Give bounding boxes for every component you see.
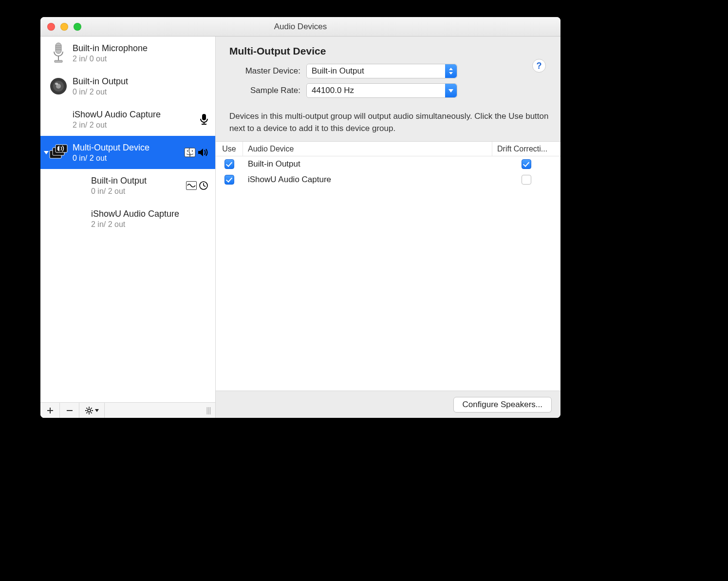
device-name: iShowU Audio Capture bbox=[91, 209, 211, 219]
row-device-name: Built-in Output bbox=[243, 159, 492, 169]
device-name: Built-in Microphone bbox=[73, 43, 211, 54]
svg-line-24 bbox=[204, 186, 205, 187]
device-name: Multi-Output Device bbox=[73, 143, 184, 153]
drift-checkbox[interactable] bbox=[522, 175, 531, 185]
sample-rate-label: Sample Rate: bbox=[229, 86, 306, 95]
svg-line-33 bbox=[86, 408, 87, 409]
chevron-down-icon bbox=[445, 84, 457, 97]
table-body: Built-in Output iShowU Audio Capture bbox=[216, 156, 560, 391]
add-device-button[interactable] bbox=[40, 403, 60, 418]
help-button[interactable]: ? bbox=[532, 59, 546, 73]
svg-rect-5 bbox=[55, 60, 62, 62]
device-sidebar: Built-in Microphone 2 in/ 0 out bbox=[40, 37, 216, 418]
detail-header: Multi-Output Device Master Device: Built… bbox=[216, 37, 560, 109]
master-device-select[interactable]: Built-in Output bbox=[306, 64, 457, 78]
svg-marker-37 bbox=[95, 409, 99, 412]
detail-footer: Configure Speakers... bbox=[216, 391, 560, 418]
sidebar-device-multi-output[interactable]: Multi-Output Device 0 in/ 2 out bbox=[40, 136, 215, 169]
svg-marker-13 bbox=[44, 151, 49, 154]
svg-marker-39 bbox=[449, 72, 453, 75]
device-name: iShowU Audio Capture bbox=[73, 110, 200, 120]
column-use[interactable]: Use bbox=[216, 142, 243, 156]
chevron-down-icon bbox=[94, 409, 99, 412]
microphone-icon bbox=[46, 42, 71, 64]
remove-device-button[interactable] bbox=[60, 403, 79, 418]
column-drift-correction[interactable]: Drift Correcti... bbox=[492, 142, 560, 156]
table-row[interactable]: iShowU Audio Capture bbox=[216, 172, 560, 187]
sidebar-device-ishowu[interactable]: iShowU Audio Capture 2 in/ 2 out bbox=[40, 103, 215, 136]
traffic-lights bbox=[47, 23, 81, 31]
svg-point-20 bbox=[192, 150, 193, 151]
clock-badge-icon bbox=[199, 181, 208, 190]
use-checkbox[interactable] bbox=[224, 159, 234, 169]
master-device-value: Built-in Output bbox=[312, 66, 364, 76]
gear-icon bbox=[85, 406, 93, 415]
row-device-name: iShowU Audio Capture bbox=[243, 175, 492, 185]
waveform-badge-icon bbox=[186, 181, 197, 190]
svg-rect-10 bbox=[202, 114, 206, 120]
svg-point-19 bbox=[187, 150, 188, 151]
sidebar-subdevice-builtin-output[interactable]: Built-in Output 0 in/ 2 out bbox=[40, 169, 215, 202]
column-audio-device[interactable]: Audio Device bbox=[243, 142, 492, 156]
svg-line-34 bbox=[91, 412, 92, 413]
svg-marker-38 bbox=[449, 68, 453, 70]
close-window-button[interactable] bbox=[47, 23, 55, 31]
sidebar-device-builtin-microphone[interactable]: Built-in Microphone 2 in/ 0 out bbox=[40, 37, 215, 70]
multi-output-icon bbox=[46, 144, 71, 161]
speaker-icon bbox=[46, 75, 71, 97]
sidebar-toolbar: ||| bbox=[40, 402, 215, 418]
updown-stepper-icon bbox=[445, 64, 457, 78]
sidebar-resize-grip[interactable]: ||| bbox=[202, 403, 215, 418]
device-io: 2 in/ 2 out bbox=[73, 121, 200, 130]
finder-badge-icon bbox=[184, 148, 196, 157]
detail-pane: Multi-Output Device Master Device: Built… bbox=[216, 37, 560, 418]
device-name: Built-in Output bbox=[73, 76, 211, 87]
system-input-icon bbox=[200, 113, 208, 125]
use-checkbox[interactable] bbox=[224, 175, 234, 185]
info-text: Devices in this multi-output group will … bbox=[216, 109, 560, 141]
master-device-label: Master Device: bbox=[229, 66, 306, 76]
svg-line-35 bbox=[91, 408, 92, 409]
titlebar: Audio Devices bbox=[40, 17, 560, 37]
svg-marker-21 bbox=[198, 149, 203, 156]
svg-line-36 bbox=[86, 412, 87, 413]
subdevice-table: Use Audio Device Drift Correcti... Built… bbox=[216, 141, 560, 391]
device-io: 2 in/ 0 out bbox=[73, 55, 211, 63]
window-title: Audio Devices bbox=[40, 22, 560, 32]
table-header: Use Audio Device Drift Correcti... bbox=[216, 142, 560, 156]
svg-rect-0 bbox=[56, 43, 61, 54]
sample-rate-select[interactable]: 44100.0 Hz bbox=[306, 83, 457, 98]
device-io: 2 in/ 2 out bbox=[91, 220, 211, 229]
actions-menu-button[interactable] bbox=[79, 403, 105, 418]
sample-rate-value: 44100.0 Hz bbox=[312, 86, 354, 95]
sidebar-device-builtin-output[interactable]: Built-in Output 0 in/ 2 out bbox=[40, 70, 215, 103]
audio-midi-setup-window: Audio Devices bbox=[40, 17, 560, 418]
device-io: 0 in/ 2 out bbox=[91, 187, 186, 196]
table-row[interactable]: Built-in Output bbox=[216, 156, 560, 172]
svg-marker-40 bbox=[448, 89, 453, 93]
device-name: Built-in Output bbox=[91, 176, 186, 186]
detail-title: Multi-Output Device bbox=[229, 45, 532, 57]
help-icon: ? bbox=[537, 61, 542, 71]
svg-point-9 bbox=[55, 83, 58, 85]
minimize-window-button[interactable] bbox=[60, 23, 68, 31]
drift-checkbox[interactable] bbox=[522, 159, 531, 169]
device-io: 0 in/ 2 out bbox=[73, 88, 211, 96]
disclosure-triangle-icon[interactable] bbox=[43, 150, 49, 155]
system-output-icon bbox=[198, 148, 208, 157]
device-list: Built-in Microphone 2 in/ 0 out bbox=[40, 37, 215, 402]
configure-speakers-button[interactable]: Configure Speakers... bbox=[453, 397, 552, 412]
zoom-window-button[interactable] bbox=[74, 23, 81, 31]
sidebar-subdevice-ishowu[interactable]: iShowU Audio Capture 2 in/ 2 out bbox=[40, 202, 215, 235]
svg-point-28 bbox=[88, 409, 91, 412]
device-io: 0 in/ 2 out bbox=[73, 154, 184, 163]
